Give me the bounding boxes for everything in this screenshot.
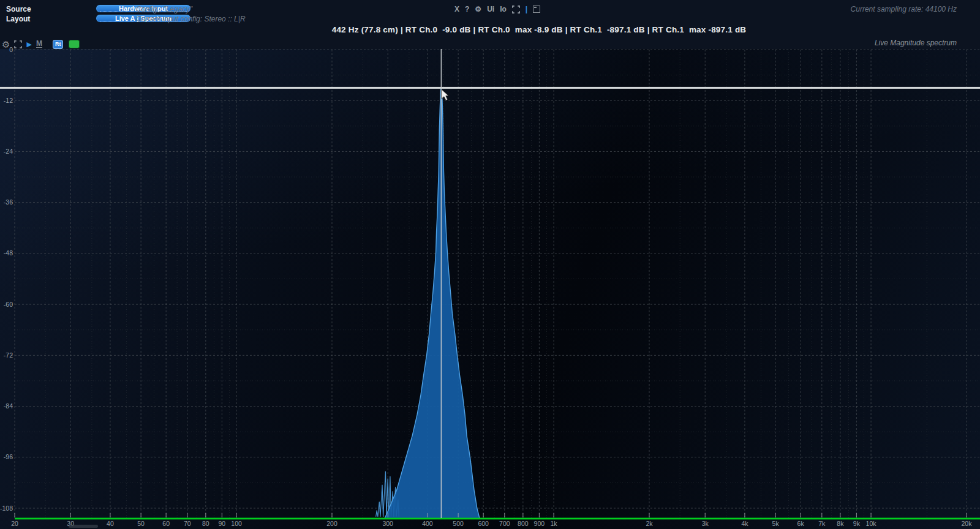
x-axis-tick-label: 300	[382, 520, 393, 527]
x-axis-tick-label: 70	[184, 520, 191, 527]
horizontal-scrollbar-thumb[interactable]	[69, 525, 98, 528]
x-axis-tick-label: 20	[11, 520, 18, 527]
x-axis-tick-label: 40	[107, 520, 114, 527]
x-axis-tick-label: 60	[162, 520, 170, 527]
x-axis-tick-label: 80	[202, 520, 209, 527]
spectrum-ch0-curve	[385, 88, 480, 519]
x-axis-tick-label: 9k	[853, 520, 861, 527]
x-axis-tick-label: 7k	[818, 520, 826, 527]
x-axis-tick-label: 90	[219, 520, 226, 527]
y-axis-tick-label: -108	[0, 505, 13, 512]
x-axis-tick-label: 6k	[797, 520, 805, 527]
crosshair-vertical-line	[441, 49, 442, 518]
x-axis-tick-label: 900	[534, 520, 545, 527]
x-axis-tick-label: 20k	[962, 520, 973, 527]
x-axis-tick-label: 50	[137, 520, 145, 527]
y-axis-tick-label: -24	[4, 148, 13, 155]
x-axis-tick-label: 8k	[837, 520, 844, 527]
x-axis-tick-label: 400	[422, 520, 433, 527]
x-axis-tick-label: 10k	[866, 520, 877, 527]
mouse-cursor	[442, 89, 448, 100]
spectrum-plot[interactable]: 2030405060708090100200300400500600700800…	[0, 0, 980, 529]
x-axis-tick-label: 500	[453, 520, 464, 527]
y-axis-tick-label: -60	[4, 301, 13, 308]
spectrum-ch1-floor-line	[15, 518, 980, 520]
x-axis-tick-label: 5k	[772, 520, 780, 527]
x-axis-tick-label: 800	[518, 520, 529, 527]
x-axis-tick-label: 1k	[551, 520, 558, 527]
y-axis-tick-label: -12	[4, 97, 13, 104]
peak-hold-line	[0, 87, 980, 89]
x-axis-tick-label: 100	[231, 520, 242, 527]
y-axis-tick-label: -96	[4, 453, 13, 460]
x-axis-tick-label: 200	[326, 520, 337, 527]
x-axis-tick-label: 3k	[702, 520, 709, 527]
y-axis-tick-label: 0	[9, 46, 13, 53]
x-axis-tick-label: 2k	[646, 520, 653, 527]
y-axis-tick-label: -36	[4, 198, 13, 206]
y-axis-tick-label: -48	[4, 249, 13, 257]
y-axis-tick-label: -72	[4, 351, 13, 359]
x-axis-tick-label: 600	[478, 520, 489, 527]
x-axis-tick-label: 4k	[741, 520, 748, 527]
y-axis-tick-label: -84	[4, 402, 13, 410]
x-axis-tick-label: 700	[499, 520, 510, 527]
